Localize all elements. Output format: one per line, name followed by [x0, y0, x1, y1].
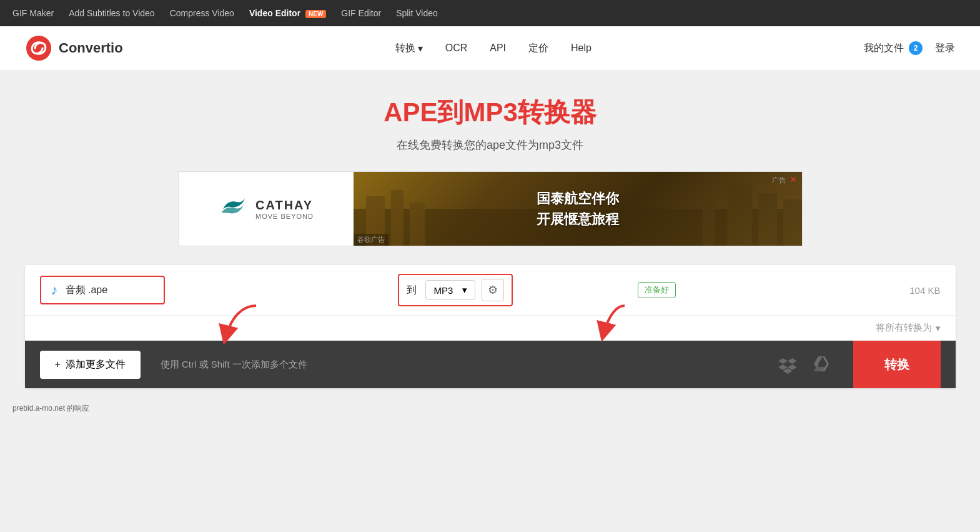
- topbar-gif-editor[interactable]: GIF Editor: [341, 8, 381, 18]
- status-text: prebid.a-mo.net 的响应: [12, 404, 89, 413]
- top-bar: GIF Maker Add Subtitles to Video Compres…: [0, 0, 980, 26]
- plus-icon: +: [55, 359, 61, 370]
- nav-convert[interactable]: 转换 ▾: [395, 42, 423, 55]
- dropdown-chevron-icon: ▾: [462, 284, 467, 296]
- svg-rect-4: [409, 203, 425, 246]
- topbar-video-editor[interactable]: Video Editor NEW: [249, 8, 326, 18]
- nav-pricing[interactable]: 定价: [528, 42, 548, 55]
- main-content: APE到MP3转换器 在线免费转换您的ape文件为mp3文件 CATHAY MO…: [0, 70, 980, 401]
- file-info: ♪ 音频 .ape: [40, 276, 165, 304]
- nav-help[interactable]: Help: [571, 43, 591, 54]
- music-icon: ♪: [51, 282, 58, 298]
- settings-button[interactable]: ⚙: [482, 279, 504, 301]
- google-drive-icon[interactable]: [812, 355, 831, 374]
- logo-area[interactable]: Convertio: [25, 34, 123, 62]
- arrow-right-indicator: [587, 303, 637, 353]
- file-row: ♪ 音频 .ape 到 MP3 ▾ ⚙ 准备好 104 KB: [25, 265, 956, 316]
- page-title: APE到MP3转换器: [384, 95, 596, 130]
- dropdown-arrow-icon: ▾: [418, 43, 423, 54]
- ad-right: 国泰航空伴你开展惬意旅程 谷歌广告: [354, 172, 802, 246]
- conversion-controls: 到 MP3 ▾ ⚙: [398, 274, 513, 306]
- convert-all-row: 将所有转换为 ▾: [25, 316, 956, 341]
- login-button[interactable]: 登录: [935, 42, 955, 55]
- file-count-badge: 2: [909, 41, 923, 55]
- main-nav: 转换 ▾ OCR API 定价 Help: [395, 42, 591, 55]
- svg-point-0: [26, 36, 51, 61]
- ad-overlay-text: 国泰航空伴你开展惬意旅程: [537, 188, 619, 229]
- logo-text: Convertio: [59, 40, 123, 56]
- cloud-icons: [778, 355, 831, 374]
- add-files-button[interactable]: + 添加更多文件: [40, 351, 141, 379]
- convert-all-button[interactable]: 将所有转换为 ▾: [876, 322, 941, 334]
- header-right: 我的文件 2 登录: [864, 41, 955, 55]
- cathay-logo: CATHAY MOVE BEYOND: [218, 191, 314, 227]
- svg-rect-8: [702, 203, 715, 246]
- new-badge: NEW: [305, 10, 326, 18]
- to-label: 到: [407, 284, 417, 297]
- google-ad-label: 谷歌广告: [354, 234, 389, 246]
- conversion-area: ♪ 音频 .ape 到 MP3 ▾ ⚙ 准备好 104 KB: [25, 265, 956, 388]
- page-subtitle: 在线免费转换您的ape文件为mp3文件: [397, 138, 583, 153]
- arrow-left-indicator: [206, 303, 269, 353]
- header: Convertio 转换 ▾ OCR API 定价 Help 我的文件 2 登录: [0, 26, 980, 70]
- nav-api[interactable]: API: [490, 43, 506, 54]
- format-select[interactable]: MP3 ▾: [425, 280, 475, 300]
- ad-banner: CATHAY MOVE BEYOND 国泰航: [178, 171, 803, 246]
- ad-left: CATHAY MOVE BEYOND: [179, 172, 354, 246]
- topbar-gif-maker[interactable]: GIF Maker: [12, 8, 54, 18]
- file-size: 104 KB: [909, 285, 940, 296]
- convert-all-chevron-icon: ▾: [936, 323, 941, 334]
- bottom-toolbar: + 添加更多文件 使用 Ctrl 或 Shift 一次添加多个文件 转换: [25, 341, 956, 388]
- topbar-split-video[interactable]: Split Video: [396, 8, 438, 18]
- svg-rect-3: [390, 190, 403, 246]
- topbar-compress-video[interactable]: Compress Video: [170, 8, 234, 18]
- ad-label: 广告: [772, 176, 786, 185]
- svg-rect-7: [783, 199, 802, 246]
- dropbox-icon[interactable]: [778, 355, 797, 374]
- convert-button[interactable]: 转换: [853, 341, 941, 388]
- topbar-add-subtitles[interactable]: Add Subtitles to Video: [69, 8, 155, 18]
- cathay-bird-icon: [218, 191, 249, 227]
- nav-ocr[interactable]: OCR: [445, 43, 468, 54]
- cathay-text: CATHAY MOVE BEYOND: [255, 198, 314, 220]
- my-files-button[interactable]: 我的文件 2: [864, 41, 923, 55]
- ctrl-hint-text: 使用 Ctrl 或 Shift 一次添加多个文件: [161, 359, 768, 371]
- status-bar: prebid.a-mo.net 的响应: [0, 401, 980, 416]
- ready-badge: 准备好: [638, 282, 676, 298]
- svg-rect-5: [727, 184, 752, 246]
- svg-rect-6: [758, 193, 777, 246]
- gear-icon: ⚙: [488, 283, 498, 297]
- ad-close-button[interactable]: ✕: [789, 174, 797, 184]
- logo-icon: [25, 34, 52, 62]
- file-name: 音频 .ape: [66, 284, 108, 297]
